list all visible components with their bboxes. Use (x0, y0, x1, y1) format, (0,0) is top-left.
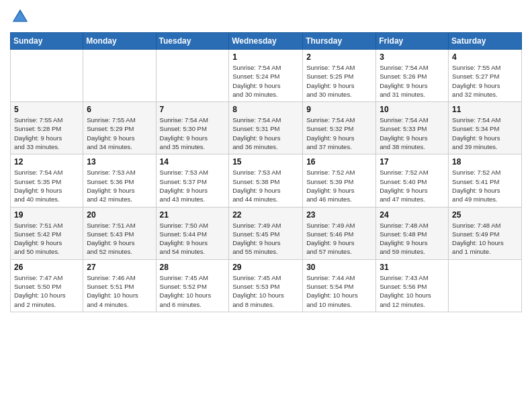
calendar-table: SundayMondayTuesdayWednesdayThursdayFrid… (10, 32, 522, 312)
day-number: 5 (14, 105, 79, 114)
calendar-cell: 17Sunrise: 7:52 AM Sunset: 5:40 PM Dayli… (376, 154, 449, 207)
calendar-cell: 25Sunrise: 7:48 AM Sunset: 5:49 PM Dayli… (449, 207, 522, 259)
calendar-cell: 7Sunrise: 7:54 AM Sunset: 5:30 PM Daylig… (156, 102, 229, 154)
calendar-cell: 8Sunrise: 7:54 AM Sunset: 5:31 PM Daylig… (229, 102, 303, 154)
col-header-thursday: Thursday (303, 33, 376, 50)
day-info: Sunrise: 7:54 AM Sunset: 5:24 PM Dayligh… (232, 63, 299, 99)
day-number: 10 (380, 105, 445, 114)
calendar-cell: 3Sunrise: 7:54 AM Sunset: 5:26 PM Daylig… (376, 50, 449, 102)
day-info: Sunrise: 7:52 AM Sunset: 5:41 PM Dayligh… (452, 168, 518, 203)
day-number: 25 (452, 210, 518, 220)
day-number: 27 (87, 263, 152, 272)
day-info: Sunrise: 7:52 AM Sunset: 5:39 PM Dayligh… (306, 168, 372, 203)
calendar-cell (83, 50, 156, 102)
day-info: Sunrise: 7:55 AM Sunset: 5:27 PM Dayligh… (452, 63, 518, 99)
day-number: 8 (232, 105, 299, 114)
day-info: Sunrise: 7:53 AM Sunset: 5:38 PM Dayligh… (232, 168, 299, 203)
day-number: 26 (14, 263, 79, 272)
calendar-cell: 10Sunrise: 7:54 AM Sunset: 5:33 PM Dayli… (376, 102, 449, 154)
calendar-cell: 4Sunrise: 7:55 AM Sunset: 5:27 PM Daylig… (449, 50, 522, 102)
day-info: Sunrise: 7:54 AM Sunset: 5:25 PM Dayligh… (306, 63, 372, 99)
calendar-cell (11, 50, 83, 102)
day-number: 9 (306, 105, 372, 114)
day-info: Sunrise: 7:44 AM Sunset: 5:54 PM Dayligh… (306, 273, 372, 309)
calendar-cell: 27Sunrise: 7:46 AM Sunset: 5:51 PM Dayli… (83, 259, 156, 312)
calendar-cell: 12Sunrise: 7:54 AM Sunset: 5:35 PM Dayli… (11, 154, 83, 207)
day-number: 29 (232, 263, 299, 272)
calendar-week-row: 19Sunrise: 7:51 AM Sunset: 5:42 PM Dayli… (11, 207, 522, 259)
calendar-cell (449, 259, 522, 312)
day-number: 18 (452, 157, 518, 167)
day-number: 13 (87, 157, 152, 167)
calendar-cell: 11Sunrise: 7:54 AM Sunset: 5:34 PM Dayli… (449, 102, 522, 154)
calendar-cell: 1Sunrise: 7:54 AM Sunset: 5:24 PM Daylig… (229, 50, 303, 102)
day-info: Sunrise: 7:43 AM Sunset: 5:56 PM Dayligh… (380, 273, 445, 309)
calendar-cell: 26Sunrise: 7:47 AM Sunset: 5:50 PM Dayli… (11, 259, 83, 312)
day-number: 2 (306, 52, 372, 62)
calendar-cell: 21Sunrise: 7:50 AM Sunset: 5:44 PM Dayli… (156, 207, 229, 259)
day-info: Sunrise: 7:45 AM Sunset: 5:52 PM Dayligh… (160, 273, 226, 309)
day-info: Sunrise: 7:55 AM Sunset: 5:29 PM Dayligh… (87, 116, 152, 151)
calendar-cell: 22Sunrise: 7:49 AM Sunset: 5:45 PM Dayli… (229, 207, 303, 259)
calendar-cell: 28Sunrise: 7:45 AM Sunset: 5:52 PM Dayli… (156, 259, 229, 312)
calendar-cell: 30Sunrise: 7:44 AM Sunset: 5:54 PM Dayli… (303, 259, 376, 312)
col-header-wednesday: Wednesday (229, 33, 303, 50)
col-header-sunday: Sunday (11, 33, 83, 50)
calendar-cell: 29Sunrise: 7:45 AM Sunset: 5:53 PM Dayli… (229, 259, 303, 312)
day-info: Sunrise: 7:54 AM Sunset: 5:30 PM Dayligh… (160, 116, 226, 151)
day-info: Sunrise: 7:55 AM Sunset: 5:28 PM Dayligh… (14, 116, 79, 151)
calendar-cell: 24Sunrise: 7:48 AM Sunset: 5:48 PM Dayli… (376, 207, 449, 259)
calendar-cell: 19Sunrise: 7:51 AM Sunset: 5:42 PM Dayli… (11, 207, 83, 259)
day-number: 31 (380, 263, 445, 272)
col-header-tuesday: Tuesday (156, 33, 229, 50)
calendar-cell: 18Sunrise: 7:52 AM Sunset: 5:41 PM Dayli… (449, 154, 522, 207)
day-info: Sunrise: 7:49 AM Sunset: 5:45 PM Dayligh… (232, 221, 299, 257)
day-info: Sunrise: 7:52 AM Sunset: 5:40 PM Dayligh… (380, 168, 445, 203)
calendar-cell: 14Sunrise: 7:53 AM Sunset: 5:37 PM Dayli… (156, 154, 229, 207)
calendar-cell: 5Sunrise: 7:55 AM Sunset: 5:28 PM Daylig… (11, 102, 83, 154)
day-info: Sunrise: 7:47 AM Sunset: 5:50 PM Dayligh… (14, 273, 79, 309)
day-number: 30 (306, 263, 372, 272)
col-header-saturday: Saturday (449, 33, 522, 50)
day-info: Sunrise: 7:48 AM Sunset: 5:49 PM Dayligh… (452, 221, 518, 257)
calendar-cell: 31Sunrise: 7:43 AM Sunset: 5:56 PM Dayli… (376, 259, 449, 312)
day-number: 14 (160, 157, 226, 167)
day-number: 1 (232, 52, 299, 62)
day-number: 15 (232, 157, 299, 167)
day-info: Sunrise: 7:54 AM Sunset: 5:35 PM Dayligh… (14, 168, 79, 203)
day-info: Sunrise: 7:54 AM Sunset: 5:32 PM Dayligh… (306, 116, 372, 151)
calendar-cell: 13Sunrise: 7:53 AM Sunset: 5:36 PM Dayli… (83, 154, 156, 207)
calendar-cell (156, 50, 229, 102)
day-number: 11 (452, 105, 518, 114)
calendar-header-row: SundayMondayTuesdayWednesdayThursdayFrid… (11, 33, 522, 50)
calendar-cell: 15Sunrise: 7:53 AM Sunset: 5:38 PM Dayli… (229, 154, 303, 207)
day-number: 22 (232, 210, 299, 220)
day-number: 4 (452, 52, 518, 62)
calendar-cell: 20Sunrise: 7:51 AM Sunset: 5:43 PM Dayli… (83, 207, 156, 259)
day-number: 24 (380, 210, 445, 220)
day-info: Sunrise: 7:46 AM Sunset: 5:51 PM Dayligh… (87, 273, 152, 309)
calendar-cell: 6Sunrise: 7:55 AM Sunset: 5:29 PM Daylig… (83, 102, 156, 154)
day-number: 23 (306, 210, 372, 220)
day-info: Sunrise: 7:54 AM Sunset: 5:26 PM Dayligh… (380, 63, 445, 99)
calendar-week-row: 1Sunrise: 7:54 AM Sunset: 5:24 PM Daylig… (11, 50, 522, 102)
calendar-week-row: 26Sunrise: 7:47 AM Sunset: 5:50 PM Dayli… (11, 259, 522, 312)
day-number: 16 (306, 157, 372, 167)
day-number: 28 (160, 263, 226, 272)
logo (10, 7, 33, 27)
calendar-cell: 23Sunrise: 7:49 AM Sunset: 5:46 PM Dayli… (303, 207, 376, 259)
day-number: 12 (14, 157, 79, 167)
calendar-week-row: 12Sunrise: 7:54 AM Sunset: 5:35 PM Dayli… (11, 154, 522, 207)
day-info: Sunrise: 7:51 AM Sunset: 5:42 PM Dayligh… (14, 221, 79, 257)
day-number: 6 (87, 105, 152, 114)
day-info: Sunrise: 7:49 AM Sunset: 5:46 PM Dayligh… (306, 221, 372, 257)
day-info: Sunrise: 7:54 AM Sunset: 5:33 PM Dayligh… (380, 116, 445, 151)
header (10, 7, 522, 27)
day-info: Sunrise: 7:45 AM Sunset: 5:53 PM Dayligh… (232, 273, 299, 309)
day-info: Sunrise: 7:54 AM Sunset: 5:34 PM Dayligh… (452, 116, 518, 151)
day-info: Sunrise: 7:50 AM Sunset: 5:44 PM Dayligh… (160, 221, 226, 257)
day-info: Sunrise: 7:53 AM Sunset: 5:37 PM Dayligh… (160, 168, 226, 203)
day-info: Sunrise: 7:53 AM Sunset: 5:36 PM Dayligh… (87, 168, 152, 203)
day-info: Sunrise: 7:54 AM Sunset: 5:31 PM Dayligh… (232, 116, 299, 151)
day-info: Sunrise: 7:51 AM Sunset: 5:43 PM Dayligh… (87, 221, 152, 257)
